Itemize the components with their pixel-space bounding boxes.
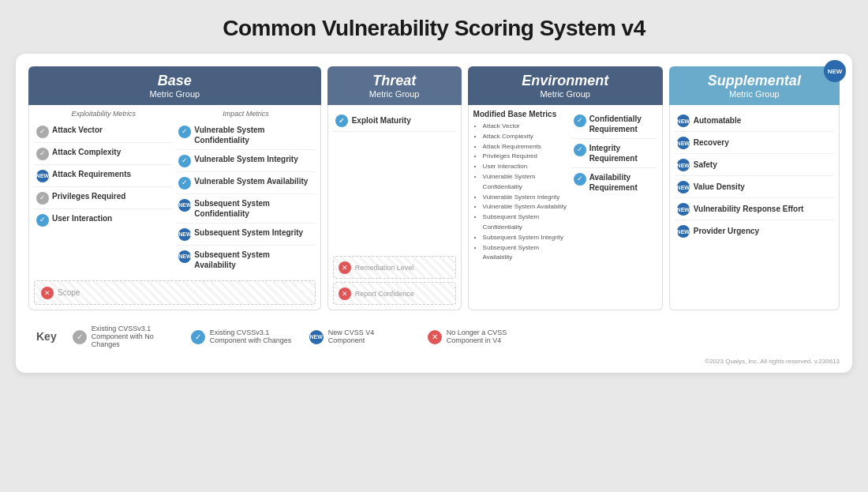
metric-text: Privileges Required xyxy=(52,191,125,201)
new-icon: NEW xyxy=(309,330,324,344)
list-item: Attack Vector xyxy=(483,122,568,132)
metric-ss-conf: NEW Subsequent System Confidentiality xyxy=(176,194,315,223)
metric-text: Automatable xyxy=(694,116,742,125)
env-body: Modified Base Metrics Attack Vector Atta… xyxy=(468,105,663,310)
threat-body: ✓ Exploit Maturity ✕ Remediation Level ✕… xyxy=(327,105,462,310)
x-red-icon: ✕ xyxy=(428,330,442,344)
list-item: Privileges Required xyxy=(483,152,568,162)
supp-body: NEW Automatable NEW Recovery NEW Safety … xyxy=(669,105,840,310)
main-card: Base Metric Group Exploitability Metrics… xyxy=(16,54,852,373)
conf-requirement: ✓ Confidentially Requirement xyxy=(571,110,657,139)
env-title: Environment xyxy=(476,73,655,89)
report-confidence-removed: ✕ Report Confidence xyxy=(333,282,456,305)
new-icon: NEW xyxy=(677,225,690,238)
key-label: Key xyxy=(36,330,57,343)
key-section: Key ✓ Existing CVSSv3.1 Component with N… xyxy=(28,318,840,355)
environment-group: Environment Metric Group Modified Base M… xyxy=(468,66,663,310)
metric-text: Safety xyxy=(694,160,717,169)
env-inner: Modified Base Metrics Attack Vector Atta… xyxy=(473,110,657,263)
supp-header: Supplemental Metric Group xyxy=(669,66,840,105)
base-title: Base xyxy=(36,73,313,89)
check-blue-icon: ✓ xyxy=(178,177,191,190)
check-blue-icon: ✓ xyxy=(191,330,205,344)
check-blue-icon: ✓ xyxy=(178,155,191,167)
key-item-gray: ✓ Existing CVSSv3.1 Component with No Ch… xyxy=(73,325,175,348)
base-subtitle: Metric Group xyxy=(36,89,313,99)
footer: ©2023 Qualys, Inc. All rights reserved. … xyxy=(28,358,840,365)
metric-user-interaction: ✓ User Interaction xyxy=(34,209,173,231)
list-item: Subsequent System Availability xyxy=(483,243,568,264)
impact-header: Impact Metrics xyxy=(176,110,315,118)
metric-text: Vulnerable System Availability xyxy=(194,176,308,186)
key-text: No Longer a CVSS Component in V4 xyxy=(447,329,530,344)
new-badge: NEW xyxy=(824,60,846,82)
key-item-blue: ✓ Existing CVSSv3.1 Component with Chang… xyxy=(191,329,294,344)
key-item-removed: ✕ No Longer a CVSS Component in V4 xyxy=(428,329,530,344)
metric-text: Vulnerable System Confidentiality xyxy=(194,125,312,145)
env-right-col: ✓ Confidentially Requirement ✓ Integrity… xyxy=(571,110,657,263)
new-icon: NEW xyxy=(677,159,690,171)
metric-text: User Interaction xyxy=(52,213,112,223)
metric-attack-requirements: NEW Attack Requirements xyxy=(34,165,173,187)
new-icon: NEW xyxy=(677,137,690,149)
env-subtitle: Metric Group xyxy=(476,89,655,99)
metric-text: Recovery xyxy=(694,138,729,147)
supp-title: Supplemental xyxy=(677,73,832,89)
new-icon: NEW xyxy=(178,250,191,263)
key-text: Existing CVSSv3.1 Component with No Chan… xyxy=(92,325,175,348)
metric-ss-int: NEW Subsequent System Integrity xyxy=(176,223,315,246)
env-header: Environment Metric Group xyxy=(468,66,663,105)
base-body: Exploitability Metrics ✓ Attack Vector ✓… xyxy=(28,105,321,310)
check-blue-icon: ✓ xyxy=(178,126,191,138)
remediation-label: Remediation Level xyxy=(355,264,414,272)
supp-safety: NEW Safety xyxy=(675,154,834,176)
new-icon: NEW xyxy=(36,170,49,182)
metric-text: Attack Vector xyxy=(52,125,103,135)
list-item: Vulnerable System Availability xyxy=(483,202,568,212)
metric-text: Subsequent System Availability xyxy=(194,250,312,270)
check-blue-icon: ✓ xyxy=(574,144,586,156)
metric-vs-avail: ✓ Vulnerable System Availability xyxy=(176,172,315,194)
metric-text: Subsequent System Integrity xyxy=(194,227,303,238)
new-icon: NEW xyxy=(677,181,690,193)
base-group: Base Metric Group Exploitability Metrics… xyxy=(28,66,321,310)
metric-text: Vulnerable System Integrity xyxy=(194,154,297,164)
metric-text: Provider Urgency xyxy=(694,227,759,235)
new-icon: NEW xyxy=(178,228,191,241)
check-blue-icon: ✓ xyxy=(574,173,586,186)
remediation-removed: ✕ Remediation Level xyxy=(333,256,456,279)
supp-value-density: NEW Value Density xyxy=(675,176,834,198)
metric-privileges-required: ✓ Privileges Required xyxy=(34,187,173,209)
list-item: Subsequent System Confidentiality xyxy=(483,212,568,233)
supp-recovery: NEW Recovery xyxy=(675,132,834,154)
x-red-icon: ✕ xyxy=(339,261,351,274)
exploitability-header: Exploitability Metrics xyxy=(34,110,173,118)
threat-subtitle: Metric Group xyxy=(335,89,454,99)
exploit-maturity-item: ✓ Exploit Maturity xyxy=(333,110,456,132)
key-text: New CVSS V4 Component xyxy=(328,329,412,344)
metric-text: Availability Requirement xyxy=(589,172,655,193)
metric-text: Integrity Requirement xyxy=(589,143,655,163)
metric-text: Exploit Maturity xyxy=(352,116,411,125)
metric-ss-avail: NEW Subsequent System Availability xyxy=(176,246,315,274)
supp-vuln-response-effort: NEW Vulnerability Response Effort xyxy=(675,198,834,220)
metric-text: Subsequent System Confidentiality xyxy=(194,198,312,219)
check-gray-icon: ✓ xyxy=(36,148,49,160)
check-gray-icon: ✓ xyxy=(36,126,49,138)
check-blue-icon: ✓ xyxy=(335,115,348,127)
supp-subtitle: Metric Group xyxy=(677,89,832,99)
env-left-col: Modified Base Metrics Attack Vector Atta… xyxy=(473,110,568,263)
impact-col: Impact Metrics ✓ Vulnerable System Confi… xyxy=(176,110,315,274)
modified-list: Attack Vector Attack Complexity Attack R… xyxy=(473,122,568,263)
new-icon: NEW xyxy=(178,199,191,212)
x-red-icon: ✕ xyxy=(339,287,351,300)
metric-text: Attack Requirements xyxy=(52,169,131,179)
metric-text: Confidentially Requirement xyxy=(589,114,655,134)
threat-group: Threat Metric Group ✓ Exploit Maturity ✕… xyxy=(327,66,462,310)
threat-header: Threat Metric Group xyxy=(327,66,462,105)
availability-requirement: ✓ Availability Requirement xyxy=(571,168,657,197)
list-item: Attack Requirements xyxy=(483,142,568,152)
base-inner: Exploitability Metrics ✓ Attack Vector ✓… xyxy=(34,110,316,274)
new-icon: NEW xyxy=(677,115,690,127)
new-icon: NEW xyxy=(677,203,690,216)
